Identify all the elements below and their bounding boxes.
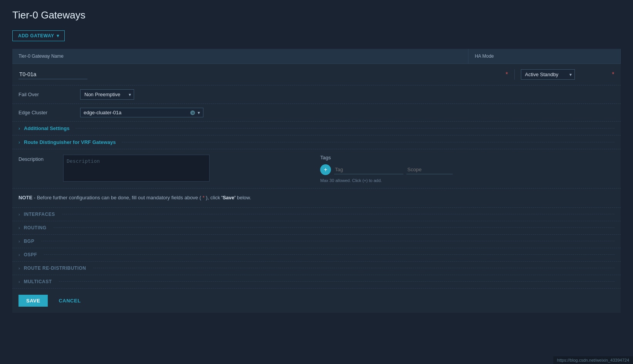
- bottom-bar-url: https://blog.csdn.net/weixin_43394724: [557, 358, 629, 362]
- tag-input-row: +: [320, 164, 614, 175]
- gateway-name-input[interactable]: [18, 70, 87, 79]
- interfaces-chevron-icon: ›: [18, 212, 20, 217]
- bgp-chevron-icon: ›: [18, 239, 20, 244]
- action-buttons-row: SAVE CANCEL: [12, 289, 621, 313]
- edge-cluster-label: Edge Cluster: [18, 110, 80, 115]
- col-header-ha: HA Mode: [468, 49, 621, 64]
- routing-divider: [54, 227, 615, 228]
- note-text-after: ), click: [206, 195, 221, 200]
- note-required-marker: *: [203, 195, 205, 200]
- main-table: Tier-0 Gateway Name HA Mode: [12, 49, 621, 313]
- page-container: Tier-0 Gateways ADD GATEWAY ▾ Tier-0 Gat…: [0, 0, 633, 322]
- route-distinguisher-row[interactable]: › Route Distinguisher for VRF Gateways: [12, 135, 621, 149]
- add-gateway-button[interactable]: ADD GATEWAY ▾: [12, 30, 65, 41]
- tags-section: Tags + Max 30 allowed. Click (+) to add.: [320, 155, 614, 183]
- bgp-section[interactable]: › BGP: [12, 235, 621, 248]
- cancel-button[interactable]: CANCEL: [54, 295, 85, 307]
- description-section: Description: [18, 155, 312, 183]
- ospf-label: OSPF: [24, 252, 37, 257]
- description-tags-row: Description Tags +: [12, 149, 621, 189]
- bgp-label: BGP: [24, 239, 35, 244]
- route-redistribution-chevron-icon: ›: [18, 266, 20, 270]
- ospf-section[interactable]: › OSPF: [12, 248, 621, 262]
- ha-required-star: *: [612, 71, 614, 78]
- toolbar: ADD GATEWAY ▾: [12, 30, 621, 49]
- fail-over-value: Non Preemptive Preemptive: [80, 89, 615, 100]
- interfaces-label: INTERFACES: [24, 212, 55, 217]
- fail-over-row: Fail Over Non Preemptive Preemptive: [12, 85, 621, 104]
- add-gateway-label: ADD GATEWAY: [18, 33, 54, 38]
- col-header-name: Tier-0 Gateway Name: [12, 49, 468, 64]
- edge-cluster-input[interactable]: [84, 110, 188, 115]
- ha-mode-select-wrapper[interactable]: Active Standby Active Active: [521, 69, 575, 80]
- gateways-table: Tier-0 Gateway Name HA Mode: [12, 49, 621, 313]
- ha-mode-cell: Active Standby Active Active *: [514, 69, 615, 80]
- form-cell: * Active Standby Active Active: [12, 64, 621, 313]
- name-required-star: *: [505, 71, 508, 78]
- edge-cluster-row: Edge Cluster ✕: [12, 104, 621, 122]
- fail-over-select[interactable]: Non Preemptive Preemptive: [80, 89, 134, 100]
- multicast-divider: [59, 281, 615, 282]
- name-cell: [18, 70, 498, 79]
- dropdown-arrow-icon: ▾: [57, 33, 59, 38]
- tag-input[interactable]: [334, 165, 403, 174]
- tag-scope-input[interactable]: [406, 165, 453, 174]
- note-text-end: below.: [237, 195, 251, 200]
- route-redistribution-section[interactable]: › ROUTE RE-DISTRIBUTION: [12, 262, 621, 275]
- gateway-form: * Active Standby Active Active: [12, 64, 621, 313]
- route-redistribution-divider: [93, 268, 615, 268]
- save-button[interactable]: SAVE: [18, 295, 48, 307]
- ha-mode-value-wrap: Active Standby Active Active: [521, 69, 575, 80]
- multicast-chevron-icon: ›: [18, 279, 20, 284]
- route-distinguisher-chevron-icon: ›: [18, 140, 20, 145]
- edge-cluster-input-wrap: ✕ ▾: [80, 108, 203, 117]
- bgp-divider: [41, 241, 614, 241]
- additional-settings-divider: [76, 128, 614, 129]
- table-header-row: Tier-0 Gateway Name HA Mode: [12, 49, 621, 64]
- edge-cluster-chevron-icon: ▾: [198, 110, 200, 115]
- bottom-bar: https://blog.csdn.net/weixin_43394724: [553, 356, 633, 364]
- ha-mode-select[interactable]: Active Standby Active Active: [521, 69, 575, 80]
- tags-hint: Max 30 allowed. Click (+) to add.: [320, 178, 614, 183]
- tag-add-icon[interactable]: +: [320, 164, 331, 175]
- route-distinguisher-divider: [122, 142, 614, 142]
- note-row: NOTE - Before further configurations can…: [12, 189, 621, 208]
- note-text-before: NOTE - Before further configurations can…: [18, 195, 203, 200]
- edge-cluster-clear-icon[interactable]: ✕: [190, 110, 195, 115]
- interfaces-divider: [62, 214, 615, 214]
- note-save-text: 'Save': [222, 195, 236, 200]
- multicast-section[interactable]: › MULTICAST: [12, 275, 621, 289]
- tags-label: Tags: [320, 155, 614, 160]
- interfaces-section[interactable]: › INTERFACES: [12, 208, 621, 221]
- additional-settings-chevron-icon: ›: [18, 126, 20, 131]
- page-title: Tier-0 Gateways: [12, 9, 621, 21]
- fail-over-label: Fail Over: [18, 92, 80, 97]
- ospf-chevron-icon: ›: [18, 252, 20, 257]
- svg-text:✕: ✕: [191, 111, 195, 115]
- routing-chevron-icon: ›: [18, 225, 20, 230]
- ospf-divider: [44, 254, 614, 255]
- route-redistribution-label: ROUTE RE-DISTRIBUTION: [24, 265, 86, 271]
- route-distinguisher-label: Route Distinguisher for VRF Gateways: [24, 139, 116, 145]
- routing-section[interactable]: › ROUTING: [12, 221, 621, 235]
- fail-over-select-wrapper[interactable]: Non Preemptive Preemptive: [80, 89, 134, 100]
- multicast-label: MULTICAST: [24, 279, 52, 284]
- additional-settings-label: Additional Settings: [24, 125, 69, 131]
- edge-cluster-value: ✕ ▾: [80, 108, 615, 117]
- table-row: * Active Standby Active Active: [12, 64, 621, 313]
- description-label: Description: [18, 155, 57, 162]
- additional-settings-row[interactable]: › Additional Settings: [12, 122, 621, 135]
- routing-label: ROUTING: [24, 225, 47, 230]
- name-ha-row: * Active Standby Active Active: [12, 64, 621, 85]
- description-textarea[interactable]: [63, 155, 210, 182]
